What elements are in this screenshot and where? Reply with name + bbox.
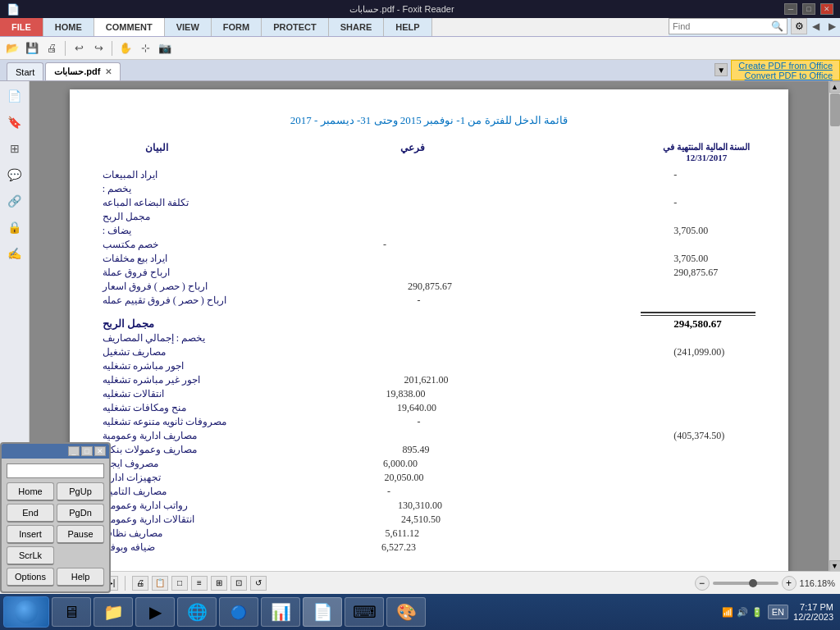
maximize-button[interactable]: □ [802, 3, 815, 15]
kb-input-field[interactable] [7, 463, 104, 478]
kb-pgup[interactable]: PgUp [57, 482, 104, 501]
pdf-row-1: - ايراد المبيعات [103, 169, 756, 181]
pdf-row-wages2: 201,621.00 اجور غير مباشره تشغليه [103, 374, 756, 386]
link-button[interactable]: 🔗 [3, 189, 26, 212]
pdf-row-forex: 290,875.67 ارباح فروق عملة [103, 267, 756, 279]
clock-time: 7:17 PM [793, 602, 833, 612]
tab-close-icon[interactable]: ✕ [105, 67, 112, 76]
language-button[interactable]: EN [768, 605, 788, 619]
keyboard-popup: _ □ ✕ Home PgUp End PgDn Insert Pause Sc… [0, 442, 111, 593]
doc-prop-button[interactable]: 📋 [152, 576, 168, 591]
scroll-up-arrow[interactable]: ▲ [829, 81, 841, 93]
tab-doc-label: حسابات.pdf [54, 66, 100, 77]
kb-home[interactable]: Home [7, 482, 54, 501]
zoom-out-button[interactable]: − [695, 576, 710, 591]
zoom-thumb[interactable] [749, 579, 757, 587]
zoom-area: − + 116.18% [695, 576, 835, 591]
tab-dropdown-arrow[interactable]: ▼ [714, 63, 728, 76]
taskbar-paint[interactable]: 🎨 [386, 597, 426, 627]
kb-scrlk[interactable]: ScrLk [7, 546, 54, 565]
kb-maximize[interactable]: □ [81, 446, 93, 456]
single-page-button[interactable]: □ [171, 576, 188, 591]
print-button[interactable]: 🖨 [43, 39, 61, 57]
kb-help[interactable]: Help [57, 568, 104, 587]
tab-start[interactable]: Start [7, 62, 43, 80]
hand-tool[interactable]: ✋ [116, 39, 135, 57]
pdf-row-bank: 895.49 مصاريف وعمولات بنكية [103, 444, 756, 456]
kb-minimize[interactable]: _ [68, 446, 80, 456]
signature-button[interactable]: ✍ [3, 242, 26, 265]
taskbar-excel[interactable]: 📊 [261, 597, 300, 627]
convert-pdf-link[interactable]: Convert PDF to Office [745, 71, 833, 80]
taskbar-keyboard[interactable]: ⌨ [345, 597, 384, 627]
pdf-row-grants: 19,640.00 منح ومكافات تشغليه [103, 402, 756, 414]
cover-button[interactable]: ⊡ [231, 576, 247, 591]
tab-help[interactable]: HELP [384, 18, 431, 36]
print-view-button[interactable]: 🖨 [132, 576, 148, 591]
zoom-in-button[interactable]: + [782, 576, 797, 591]
rotate-button[interactable]: ↺ [250, 576, 267, 591]
tab-file[interactable]: FILE [0, 18, 43, 36]
taskbar-desktop[interactable]: 🖥 [52, 597, 91, 627]
kb-options[interactable]: Options [7, 568, 54, 587]
kb-pgdn[interactable]: PgDn [57, 504, 104, 523]
continuous-button[interactable]: ≡ [191, 576, 208, 591]
start-button[interactable] [3, 596, 49, 628]
minimize-button[interactable]: ─ [784, 3, 797, 15]
back-button[interactable]: ◀ [807, 18, 824, 34]
tab-document[interactable]: حسابات.pdf ✕ [45, 62, 121, 80]
system-tray: 📶 🔊 🔋 [722, 607, 763, 618]
tab-protect[interactable]: PROTECT [262, 18, 329, 36]
forward-button[interactable]: ▶ [824, 18, 840, 34]
scroll-track[interactable] [829, 93, 841, 560]
kb-close[interactable]: ✕ [94, 446, 106, 456]
spread-button[interactable]: ⊞ [211, 576, 227, 591]
kb-insert[interactable]: Insert [7, 525, 54, 544]
taskbar-chrome[interactable]: 🔵 [219, 597, 258, 627]
separator-1 [65, 41, 66, 56]
pdf-row-forex2: 290,875.67 ارباح ( حصر ) فروق اسعار [103, 281, 756, 293]
label-insurance: مصاريف التامين [103, 486, 167, 498]
taskbar-explorer[interactable]: 📁 [94, 597, 133, 627]
settings-button[interactable]: ⚙ [791, 18, 807, 34]
search-icon[interactable]: 🔍 [771, 21, 783, 32]
create-pdf-link[interactable]: Create PDF from Office [738, 61, 833, 71]
scroll-down-arrow[interactable]: ▼ [829, 560, 841, 572]
tab-home[interactable]: HOME [43, 18, 94, 36]
bookmark-button[interactable]: 🔖 [3, 111, 26, 134]
pdf-row-cost: - تكلفة البضاعه المباعه [103, 197, 756, 209]
tab-form[interactable]: FORM [212, 18, 262, 36]
close-button[interactable]: ✕ [820, 3, 833, 15]
zoom-slider[interactable] [713, 582, 778, 585]
kb-pause[interactable]: Pause [57, 525, 104, 544]
tab-share[interactable]: SHARE [329, 18, 385, 36]
page-nav-button[interactable]: 📄 [3, 84, 26, 107]
clock: 7:17 PM 12/2/2023 [793, 602, 833, 622]
val-wages2-sub: 201,621.00 [404, 374, 470, 386]
scroll-thumb[interactable] [830, 94, 840, 126]
layers-button[interactable]: ⊞ [3, 137, 26, 160]
val-cost: - [673, 197, 756, 209]
title-bar-controls: ─ □ ✕ [784, 3, 833, 15]
tab-comment[interactable]: COMMENT [94, 18, 165, 36]
taskbar-media[interactable]: ▶ [135, 597, 175, 627]
snapshot-tool[interactable]: 📷 [156, 39, 174, 57]
security-button[interactable]: 🔒 [3, 216, 26, 239]
col-header-3: البيان [103, 142, 168, 154]
label-wages1: اجور مباشره تشغليه [103, 360, 184, 372]
search-input[interactable] [673, 21, 771, 31]
save-button[interactable]: 💾 [23, 39, 41, 57]
pdf-row-clean: 5,611.12 مصاريف نظافه [103, 527, 756, 540]
undo-button[interactable]: ↩ [70, 39, 88, 57]
kb-end[interactable]: End [7, 504, 54, 523]
val-bank-sub: 895.49 [403, 444, 468, 456]
comment-button[interactable]: 💬 [3, 163, 26, 186]
label-bank: مصاريف وعمولات بنكية [103, 444, 197, 456]
taskbar-ie[interactable]: 🌐 [177, 597, 217, 627]
label-equip: تجهيزات ادارية [103, 472, 161, 484]
taskbar-foxit[interactable]: 📄 [303, 597, 342, 627]
redo-button[interactable]: ↪ [89, 39, 107, 57]
select-tool[interactable]: ⊹ [136, 39, 154, 57]
open-button[interactable]: 📂 [3, 39, 21, 57]
tab-view[interactable]: VIEW [165, 18, 212, 36]
